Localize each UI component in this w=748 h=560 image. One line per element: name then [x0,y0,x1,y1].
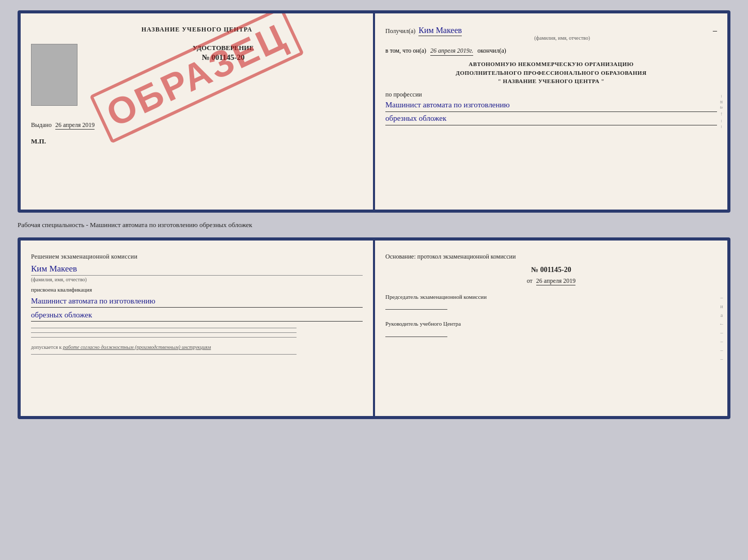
strip-char-5: – [719,120,725,122]
strip-char-1: – [719,95,725,98]
sig-line-1 [31,328,297,328]
professia-label: по профессии [385,91,717,99]
dopusk-text: допускается к [31,344,61,350]
ot-label: от [527,277,533,284]
udost-label: УДОСТОВЕРЕНИЕ [84,44,363,52]
mp-label: М.П. [31,137,363,146]
top-left-page: НАЗВАНИЕ УЧЕБНОГО ЦЕНТРА УДОСТОВЕРЕНИЕ №… [21,13,375,210]
sig-line-4 [31,354,297,355]
b-strip-5: – [721,330,723,335]
strip-char-6: – [719,125,725,128]
vtom-label: в том, что он(а) [385,47,426,55]
training-center-title: НАЗВАНИЕ УЧЕБНОГО ЦЕНТРА [31,26,363,34]
middle-specialty-label: Рабочая специальность - Машинист автомат… [18,221,730,229]
osnovanie-title: Основание: протокол экзаменационной коми… [385,253,717,261]
rukovod-sig-line [385,337,447,337]
b-strip-7: – [721,347,723,353]
udost-info: УДОСТОВЕРЕНИЕ № 001145-20 [84,44,363,64]
ot-date-block: от 26 апреля 2019 [385,277,717,285]
b-strip-3: а [721,312,723,318]
chairman-label: Председатель экзаменационной комиссии [385,293,717,301]
org-line2: ДОПОЛНИТЕЛЬНОГО ПРОФЕССИОНАЛЬНОГО ОБРАЗО… [385,69,717,77]
vtom-block: в том, что он(а) 26 апреля 2019г. окончи… [385,47,717,56]
completion-date: 26 апреля 2019г. [430,47,473,56]
strip-char-2: и [719,101,725,103]
vydano-line: Выдано 26 апреля 2019 [31,121,363,129]
strip-char-4: ← [719,111,725,117]
poluchil-label: Получил(а) [385,27,415,35]
chairman-sig-line [385,309,447,310]
udost-number: № 001145-20 [84,53,363,62]
org-name: " НАЗВАНИЕ УЧЕБНОГО ЦЕНТРА " [385,77,717,86]
protocol-number: № 001145-20 [385,266,717,274]
dopusk-underline: работе согласно должностным (производств… [63,344,211,350]
bottom-document-pair: Решением экзаменационной комиссии Ким Ма… [18,237,730,419]
b-strip-1: – [721,295,723,300]
okonchil-label: окончил(а) [477,47,506,55]
kvalif-label: присвоена квалификация [31,286,363,293]
dopusk-line: допускается к работе согласно должностны… [31,344,363,351]
b-strip-8: – [721,356,723,362]
professia-line1: Машинист автомата по изготовлению [385,100,717,112]
kvalif-line2: обрезных обложек [31,309,363,322]
top-right-page: Получил(а) Ким Макеев (фамилия, имя, отч… [375,13,727,210]
strip-char-3: а [719,106,725,108]
photo-placeholder [31,44,77,106]
ot-date: 26 апреля 2019 [536,277,575,285]
kvalif-line1: Машинист автомата по изготовлению [31,295,363,308]
bottom-right-strip: – и а ← – – – – [716,241,727,416]
vydano-label: Выдано [31,121,52,129]
b-strip-6: – [721,339,723,344]
poluchil-block: Получил(а) Ким Макеев (фамилия, имя, отч… [385,26,717,41]
sig-line-2 [31,332,297,333]
vydano-date: 26 апреля 2019 [55,121,95,130]
sig-line-3 [31,337,297,338]
komissia-title: Решением экзаменационной комиссии [31,253,363,261]
rukovod-label: Руководитель учебного Центра [385,320,717,328]
bottom-right-page: Основание: протокол экзаменационной коми… [375,241,727,416]
recipient-name: Ким Макеев [418,26,462,36]
bottom-left-page: Решением экзаменационной комиссии Ким Ма… [21,241,375,416]
professia-line2: обрезных обложек [385,113,717,125]
bottom-fio-sub: (фамилия, имя, отчество) [31,275,363,282]
candidate-name: Ким Макеев [31,264,363,274]
b-strip-4: ← [719,321,724,327]
org-block: АВТОНОМНУЮ НЕКОММЕРЧЕСКУЮ ОРГАНИЗАЦИЮ ДО… [385,60,717,86]
right-strip: – и а ← – – [716,13,727,210]
b-strip-2: и [720,303,723,309]
top-document-pair: НАЗВАНИЕ УЧЕБНОГО ЦЕНТРА УДОСТОВЕРЕНИЕ №… [18,10,730,213]
org-line1: АВТОНОМНУЮ НЕКОММЕРЧЕСКУЮ ОРГАНИЗАЦИЮ [385,60,717,69]
